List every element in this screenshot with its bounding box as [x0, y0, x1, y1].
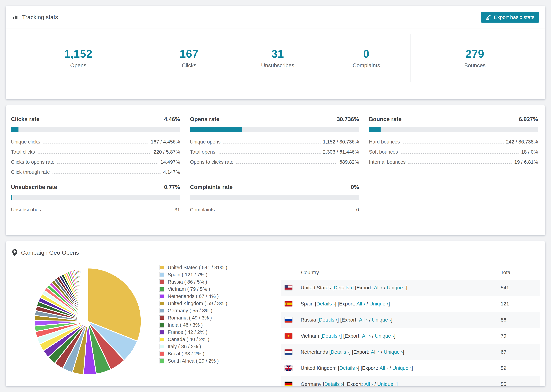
progress-bar — [11, 195, 180, 200]
stat-label: Opens — [70, 62, 86, 69]
dotted-leader — [43, 143, 148, 143]
legend-label: Germany ( 55 / 3% ) — [168, 308, 212, 314]
dotted-leader — [38, 153, 151, 154]
country-flag-ru — [285, 317, 292, 322]
details-link[interactable]: Details › — [334, 285, 352, 291]
export-all-link[interactable]: All › — [359, 317, 368, 323]
total-cell: 541 — [501, 285, 540, 291]
rate-detail-row: Total opens 2,303 / 61.446% — [190, 149, 359, 155]
legend-swatch — [159, 308, 164, 313]
country-name: United States — [301, 285, 331, 291]
export-unique-link[interactable]: Unique › — [375, 333, 394, 339]
dotted-leader — [218, 153, 320, 154]
rate-detail-label: Opens to clicks rate — [190, 159, 233, 165]
stat-value: 167 — [180, 48, 198, 60]
export-unique-link[interactable]: Unique › — [392, 365, 411, 371]
legend-item: Germany ( 55 / 3% ) — [159, 307, 227, 314]
rate-value: 0% — [351, 184, 359, 190]
export-unique-link[interactable]: Unique › — [372, 317, 391, 323]
pie-legend: United States ( 541 / 31% ) Spain ( 121 … — [159, 264, 227, 364]
rate-detail-value: 2,303 / 61.446% — [323, 149, 359, 155]
export-all-link[interactable]: All › — [380, 365, 388, 371]
page-title: Tracking stats — [22, 14, 58, 21]
details-link[interactable]: Details › — [322, 333, 340, 339]
geo-header: Campaign Geo Opens — [6, 241, 545, 264]
rate-value: 0.77% — [164, 184, 180, 190]
rate-section-complaints-rate: Complaints rate 0% Complaints 0 — [190, 184, 359, 213]
export-unique-link[interactable]: Unique › — [384, 349, 403, 355]
table-row-vn: Vietnam [Details ›] [Export: All › / Uni… — [281, 328, 540, 344]
export-icon — [486, 14, 491, 20]
legend-swatch — [159, 301, 164, 306]
details-link[interactable]: Details › — [324, 381, 343, 386]
details-link[interactable]: Details › — [331, 349, 349, 355]
export-all-link[interactable]: All › — [371, 349, 380, 355]
legend-label: United States ( 541 / 31% ) — [168, 265, 227, 270]
legend-swatch — [159, 272, 164, 277]
rates-grid: Clicks rate 4.46% Unique clicks 167 / 4.… — [11, 116, 538, 212]
rates-card: Clicks rate 4.46% Unique clicks 167 / 4.… — [6, 105, 545, 235]
legend-item: Spain ( 121 / 7% ) — [159, 271, 227, 278]
rate-section-opens-rate: Opens rate 30.736% Unique opens 1,152 / … — [190, 116, 359, 175]
tracking-stats-header: Tracking stats Export basic stats — [6, 6, 545, 29]
export-all-link[interactable]: All › — [356, 301, 365, 307]
legend-item: Romania ( 49 / 3% ) — [159, 314, 227, 321]
export-unique-link[interactable]: Unique › — [387, 285, 406, 291]
legend-swatch — [159, 280, 164, 284]
legend-label: South Africa ( 29 / 2% ) — [168, 358, 219, 364]
stat-box-bounces: 279 Bounces — [410, 34, 539, 82]
export-all-link[interactable]: All › — [364, 381, 373, 386]
geo-pie-chart[interactable] — [30, 263, 146, 379]
legend-item: Italy ( 36 / 2% ) — [159, 343, 227, 350]
rate-section-bounce-rate: Bounce rate 6.927% Hard bounces 242 / 86… — [369, 116, 538, 175]
export-all-link[interactable]: All › — [362, 333, 371, 339]
rate-title: Bounce rate — [369, 116, 402, 122]
rate-detail-label: Unsubscribes — [11, 207, 41, 213]
stat-label: Bounces — [464, 62, 486, 69]
export-all-link[interactable]: All › — [374, 285, 383, 291]
legend-label: Russia ( 86 / 5% ) — [168, 279, 207, 285]
rate-detail-label: Click through rate — [11, 169, 50, 175]
table-row-es: Spain [Details ›] [Export: All › / Uniqu… — [281, 296, 540, 312]
rate-detail-value: 18 / 0% — [521, 149, 538, 155]
dotted-leader — [408, 163, 512, 164]
rate-detail-row: Clicks to opens rate 14.497% — [11, 159, 180, 165]
progress-bar — [190, 195, 359, 200]
export-basic-stats-button[interactable]: Export basic stats — [481, 12, 539, 23]
progress-bar — [190, 127, 359, 132]
rate-value: 30.736% — [337, 116, 359, 122]
country-name: Vietnam — [301, 333, 319, 339]
country-name: Spain — [301, 301, 313, 307]
dotted-leader — [236, 163, 337, 164]
stat-value: 1,152 — [64, 48, 92, 60]
legend-swatch — [159, 265, 164, 270]
rate-title: Opens rate — [190, 116, 219, 122]
country-name: United Kingdom — [301, 365, 337, 371]
rate-detail-label: Unique clicks — [11, 139, 40, 145]
map-pin-icon — [12, 249, 18, 257]
rate-value: 6.927% — [519, 116, 538, 122]
total-cell: 67 — [501, 349, 540, 355]
details-link[interactable]: Details › — [316, 301, 335, 307]
table-row-ru: Russia [Details ›] [Export: All › / Uniq… — [281, 312, 540, 328]
rate-detail-row: Complaints 0 — [190, 207, 359, 213]
dotted-leader — [403, 143, 504, 143]
legend-label: France ( 42 / 2% ) — [168, 329, 207, 335]
stat-value: 0 — [363, 48, 370, 60]
table-row-de: Germany [Details ›] [Export: All › / Uni… — [281, 376, 540, 386]
rate-title: Unsubscribe rate — [11, 184, 57, 190]
details-link[interactable]: Details › — [339, 365, 358, 371]
export-unique-link[interactable]: Unique › — [369, 301, 389, 307]
legend-label: Spain ( 121 / 7% ) — [168, 272, 207, 278]
rate-detail-value: 242 / 86.738% — [506, 139, 538, 145]
legend-item: South Africa ( 29 / 2% ) — [159, 357, 227, 364]
legend-swatch — [159, 294, 164, 299]
legend-swatch — [159, 322, 164, 328]
details-link[interactable]: Details › — [319, 317, 338, 323]
export-unique-link[interactable]: Unique › — [377, 381, 396, 386]
legend-label: Vietnam ( 79 / 5% ) — [168, 286, 210, 292]
progress-bar — [369, 127, 538, 132]
geo-table: Country Total United States [Details ›] … — [281, 265, 540, 386]
rate-detail-label: Complaints — [190, 207, 215, 213]
rate-detail-value: 1,152 / 30.736% — [323, 139, 359, 145]
